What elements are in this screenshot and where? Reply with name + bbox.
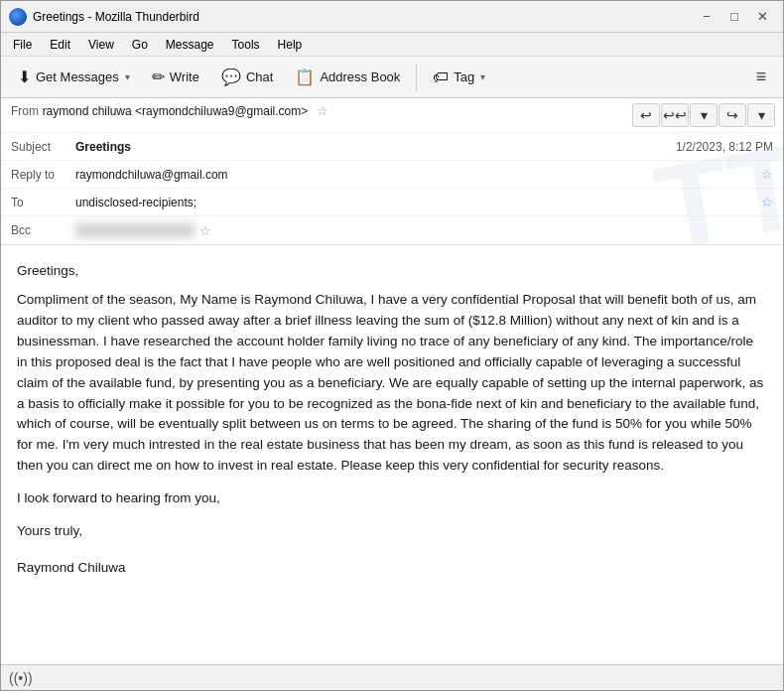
from-star-icon[interactable]: ☆ bbox=[317, 103, 328, 118]
tag-dropdown-icon: ▾ bbox=[480, 71, 485, 82]
forward-button[interactable]: ↪ bbox=[719, 103, 746, 127]
maximize-button[interactable]: □ bbox=[721, 6, 747, 28]
reply-to-star-icon[interactable]: ☆ bbox=[761, 167, 773, 182]
email-date: 1/2/2023, 8:12 PM bbox=[676, 140, 773, 154]
email-greeting: Greetings, bbox=[17, 261, 767, 282]
main-window: Greetings - Mozilla Thunderbird − □ ✕ Fi… bbox=[0, 0, 784, 691]
toolbar-separator bbox=[416, 64, 417, 91]
to-star-icon[interactable]: ☆ bbox=[761, 195, 773, 209]
subject-row: Subject Greetings 1/2/2023, 8:12 PM bbox=[1, 133, 783, 161]
get-messages-icon: ⬇ bbox=[18, 69, 31, 85]
more-actions-button[interactable]: ▾ bbox=[747, 103, 775, 127]
menu-message[interactable]: Message bbox=[158, 36, 222, 54]
bcc-value bbox=[75, 223, 195, 237]
window-controls: − □ ✕ bbox=[694, 6, 775, 28]
email-body: Greetings, Compliment of the season, My … bbox=[1, 245, 783, 664]
status-bar: ((•)) bbox=[1, 664, 783, 690]
to-value: undisclosed-recipients; bbox=[75, 196, 756, 209]
menu-file[interactable]: File bbox=[5, 36, 40, 54]
reply-to-row: Reply to raymondchiluwa@gmail.com ☆ bbox=[1, 161, 783, 189]
email-closing: Yours truly, bbox=[17, 521, 767, 542]
menu-bar: File Edit View Go Message Tools Help bbox=[1, 33, 783, 57]
address-book-button[interactable]: 📋 Address Book bbox=[286, 65, 409, 90]
tag-label: Tag bbox=[454, 69, 474, 84]
reply-button[interactable]: ↩ bbox=[632, 103, 660, 127]
reply-to-label: Reply to bbox=[11, 168, 75, 182]
connection-status-icon: ((•)) bbox=[9, 670, 33, 686]
app-logo bbox=[9, 8, 27, 26]
bcc-row: Bcc ☆ bbox=[1, 216, 783, 244]
tag-icon: 🏷 bbox=[433, 69, 449, 85]
bcc-label: Bcc bbox=[11, 223, 75, 237]
menu-tools[interactable]: Tools bbox=[224, 36, 268, 54]
write-label: Write bbox=[170, 69, 199, 84]
write-button[interactable]: ✏ Write bbox=[143, 65, 208, 90]
menu-view[interactable]: View bbox=[80, 36, 122, 54]
subject-label: Subject bbox=[11, 140, 75, 154]
from-value: raymond chiluwa <raymondchiluwa9@gmail.c… bbox=[43, 104, 309, 118]
email-paragraph1: Compliment of the season, My Name is Ray… bbox=[17, 290, 767, 477]
subject-value: Greetings bbox=[75, 140, 676, 154]
close-button[interactable]: ✕ bbox=[749, 6, 775, 28]
email-paragraph2: I look forward to hearing from you, bbox=[17, 488, 767, 509]
to-row: To undisclosed-recipients; ☆ bbox=[1, 189, 783, 216]
menu-go[interactable]: Go bbox=[124, 36, 156, 54]
get-messages-button[interactable]: ⬇ Get Messages ▾ bbox=[9, 65, 139, 90]
reply-dropdown-button[interactable]: ▾ bbox=[690, 103, 718, 127]
window-title: Greetings - Mozilla Thunderbird bbox=[33, 10, 694, 24]
write-icon: ✏ bbox=[152, 69, 165, 85]
from-label: From bbox=[11, 104, 39, 118]
bcc-star-icon[interactable]: ☆ bbox=[199, 223, 211, 238]
toolbar: ⬇ Get Messages ▾ ✏ Write 💬 Chat 📋 Addres… bbox=[1, 57, 783, 98]
minimize-button[interactable]: − bbox=[694, 6, 719, 28]
email-header: From raymond chiluwa <raymondchiluwa9@gm… bbox=[1, 98, 783, 245]
to-label: To bbox=[11, 196, 75, 209]
email-content-wrapper: TT From raymond chiluwa <raymondchiluwa9… bbox=[1, 98, 783, 664]
reply-all-button[interactable]: ↩↩ bbox=[661, 103, 689, 127]
get-messages-dropdown-icon: ▾ bbox=[125, 71, 130, 82]
address-book-label: Address Book bbox=[320, 69, 400, 84]
toolbar-overflow-button[interactable]: ≡ bbox=[747, 64, 775, 91]
chat-label: Chat bbox=[246, 69, 273, 84]
email-signature: Raymond Chiluwa bbox=[17, 558, 767, 579]
reply-to-value: raymondchiluwa@gmail.com bbox=[75, 168, 756, 182]
title-bar: Greetings - Mozilla Thunderbird − □ ✕ bbox=[1, 1, 783, 33]
tag-button[interactable]: 🏷 Tag ▾ bbox=[424, 65, 494, 90]
address-book-icon: 📋 bbox=[295, 69, 315, 85]
chat-button[interactable]: 💬 Chat bbox=[212, 65, 282, 90]
reply-toolbar: ↩ ↩↩ ▾ ↪ ▾ bbox=[624, 98, 783, 132]
menu-help[interactable]: Help bbox=[270, 36, 311, 54]
get-messages-label: Get Messages bbox=[36, 69, 119, 84]
chat-icon: 💬 bbox=[221, 69, 241, 85]
from-row: From raymond chiluwa <raymondchiluwa9@gm… bbox=[1, 98, 624, 123]
menu-edit[interactable]: Edit bbox=[42, 36, 78, 54]
